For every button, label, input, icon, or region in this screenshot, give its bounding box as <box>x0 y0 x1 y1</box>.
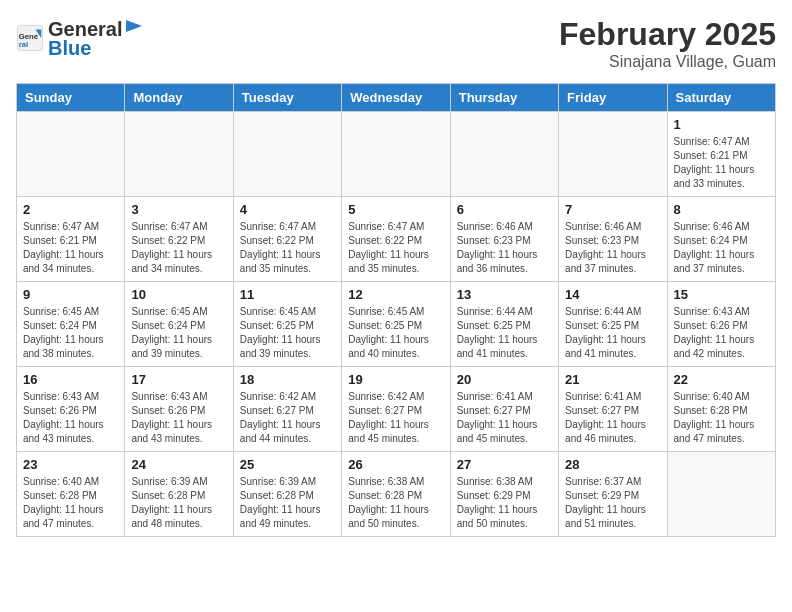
day-info: Sunrise: 6:40 AM Sunset: 6:28 PM Dayligh… <box>23 475 118 531</box>
calendar-cell: 14Sunrise: 6:44 AM Sunset: 6:25 PM Dayli… <box>559 282 667 367</box>
day-info: Sunrise: 6:39 AM Sunset: 6:28 PM Dayligh… <box>240 475 335 531</box>
day-info: Sunrise: 6:44 AM Sunset: 6:25 PM Dayligh… <box>565 305 660 361</box>
calendar-cell <box>342 112 450 197</box>
calendar-cell: 17Sunrise: 6:43 AM Sunset: 6:26 PM Dayli… <box>125 367 233 452</box>
calendar-cell: 4Sunrise: 6:47 AM Sunset: 6:22 PM Daylig… <box>233 197 341 282</box>
calendar-cell: 1Sunrise: 6:47 AM Sunset: 6:21 PM Daylig… <box>667 112 775 197</box>
calendar-week-row-5: 23Sunrise: 6:40 AM Sunset: 6:28 PM Dayli… <box>17 452 776 537</box>
calendar-cell <box>125 112 233 197</box>
calendar-week-row-3: 9Sunrise: 6:45 AM Sunset: 6:24 PM Daylig… <box>17 282 776 367</box>
day-info: Sunrise: 6:42 AM Sunset: 6:27 PM Dayligh… <box>240 390 335 446</box>
calendar-cell: 8Sunrise: 6:46 AM Sunset: 6:24 PM Daylig… <box>667 197 775 282</box>
calendar-header-wednesday: Wednesday <box>342 84 450 112</box>
calendar-header-row: SundayMondayTuesdayWednesdayThursdayFrid… <box>17 84 776 112</box>
calendar-cell: 23Sunrise: 6:40 AM Sunset: 6:28 PM Dayli… <box>17 452 125 537</box>
calendar-header-tuesday: Tuesday <box>233 84 341 112</box>
calendar-cell <box>667 452 775 537</box>
day-info: Sunrise: 6:43 AM Sunset: 6:26 PM Dayligh… <box>23 390 118 446</box>
day-info: Sunrise: 6:44 AM Sunset: 6:25 PM Dayligh… <box>457 305 552 361</box>
day-info: Sunrise: 6:47 AM Sunset: 6:21 PM Dayligh… <box>674 135 769 191</box>
day-info: Sunrise: 6:43 AM Sunset: 6:26 PM Dayligh… <box>674 305 769 361</box>
month-title: February 2025 <box>559 16 776 53</box>
logo: Gene ral General Blue <box>16 16 144 60</box>
calendar-header-monday: Monday <box>125 84 233 112</box>
day-info: Sunrise: 6:45 AM Sunset: 6:24 PM Dayligh… <box>23 305 118 361</box>
day-info: Sunrise: 6:47 AM Sunset: 6:22 PM Dayligh… <box>348 220 443 276</box>
calendar-cell: 21Sunrise: 6:41 AM Sunset: 6:27 PM Dayli… <box>559 367 667 452</box>
day-number: 6 <box>457 202 552 217</box>
day-info: Sunrise: 6:47 AM Sunset: 6:21 PM Dayligh… <box>23 220 118 276</box>
calendar-cell <box>559 112 667 197</box>
calendar-cell <box>17 112 125 197</box>
day-number: 2 <box>23 202 118 217</box>
day-info: Sunrise: 6:41 AM Sunset: 6:27 PM Dayligh… <box>457 390 552 446</box>
day-number: 25 <box>240 457 335 472</box>
calendar-cell: 22Sunrise: 6:40 AM Sunset: 6:28 PM Dayli… <box>667 367 775 452</box>
logo-arrow-icon <box>124 16 144 36</box>
calendar-cell: 19Sunrise: 6:42 AM Sunset: 6:27 PM Dayli… <box>342 367 450 452</box>
calendar-cell: 7Sunrise: 6:46 AM Sunset: 6:23 PM Daylig… <box>559 197 667 282</box>
day-number: 8 <box>674 202 769 217</box>
calendar-header-sunday: Sunday <box>17 84 125 112</box>
calendar-cell: 10Sunrise: 6:45 AM Sunset: 6:24 PM Dayli… <box>125 282 233 367</box>
day-number: 17 <box>131 372 226 387</box>
day-number: 12 <box>348 287 443 302</box>
calendar-week-row-4: 16Sunrise: 6:43 AM Sunset: 6:26 PM Dayli… <box>17 367 776 452</box>
day-number: 5 <box>348 202 443 217</box>
calendar-header-friday: Friday <box>559 84 667 112</box>
calendar-cell: 24Sunrise: 6:39 AM Sunset: 6:28 PM Dayli… <box>125 452 233 537</box>
day-info: Sunrise: 6:45 AM Sunset: 6:25 PM Dayligh… <box>240 305 335 361</box>
day-info: Sunrise: 6:41 AM Sunset: 6:27 PM Dayligh… <box>565 390 660 446</box>
day-number: 11 <box>240 287 335 302</box>
svg-marker-4 <box>126 20 142 32</box>
calendar-cell: 12Sunrise: 6:45 AM Sunset: 6:25 PM Dayli… <box>342 282 450 367</box>
day-info: Sunrise: 6:40 AM Sunset: 6:28 PM Dayligh… <box>674 390 769 446</box>
day-info: Sunrise: 6:46 AM Sunset: 6:23 PM Dayligh… <box>457 220 552 276</box>
calendar-cell: 16Sunrise: 6:43 AM Sunset: 6:26 PM Dayli… <box>17 367 125 452</box>
day-number: 26 <box>348 457 443 472</box>
day-number: 3 <box>131 202 226 217</box>
calendar-table: SundayMondayTuesdayWednesdayThursdayFrid… <box>16 83 776 537</box>
logo-icon: Gene ral <box>16 24 44 52</box>
day-number: 13 <box>457 287 552 302</box>
day-info: Sunrise: 6:38 AM Sunset: 6:29 PM Dayligh… <box>457 475 552 531</box>
calendar-cell: 25Sunrise: 6:39 AM Sunset: 6:28 PM Dayli… <box>233 452 341 537</box>
day-number: 20 <box>457 372 552 387</box>
page-header: Gene ral General Blue February 2025 Sina… <box>16 16 776 71</box>
day-number: 14 <box>565 287 660 302</box>
day-info: Sunrise: 6:38 AM Sunset: 6:28 PM Dayligh… <box>348 475 443 531</box>
calendar-header-thursday: Thursday <box>450 84 558 112</box>
day-info: Sunrise: 6:47 AM Sunset: 6:22 PM Dayligh… <box>240 220 335 276</box>
day-number: 1 <box>674 117 769 132</box>
day-number: 15 <box>674 287 769 302</box>
calendar-cell: 13Sunrise: 6:44 AM Sunset: 6:25 PM Dayli… <box>450 282 558 367</box>
day-number: 22 <box>674 372 769 387</box>
calendar-cell: 3Sunrise: 6:47 AM Sunset: 6:22 PM Daylig… <box>125 197 233 282</box>
day-info: Sunrise: 6:45 AM Sunset: 6:24 PM Dayligh… <box>131 305 226 361</box>
calendar-cell: 26Sunrise: 6:38 AM Sunset: 6:28 PM Dayli… <box>342 452 450 537</box>
location-title: Sinajana Village, Guam <box>559 53 776 71</box>
day-number: 7 <box>565 202 660 217</box>
calendar-cell: 27Sunrise: 6:38 AM Sunset: 6:29 PM Dayli… <box>450 452 558 537</box>
day-number: 4 <box>240 202 335 217</box>
day-info: Sunrise: 6:39 AM Sunset: 6:28 PM Dayligh… <box>131 475 226 531</box>
day-info: Sunrise: 6:46 AM Sunset: 6:23 PM Dayligh… <box>565 220 660 276</box>
day-number: 10 <box>131 287 226 302</box>
day-number: 28 <box>565 457 660 472</box>
day-number: 9 <box>23 287 118 302</box>
day-number: 24 <box>131 457 226 472</box>
day-number: 19 <box>348 372 443 387</box>
svg-text:ral: ral <box>19 40 28 49</box>
calendar-cell: 2Sunrise: 6:47 AM Sunset: 6:21 PM Daylig… <box>17 197 125 282</box>
day-info: Sunrise: 6:43 AM Sunset: 6:26 PM Dayligh… <box>131 390 226 446</box>
day-info: Sunrise: 6:45 AM Sunset: 6:25 PM Dayligh… <box>348 305 443 361</box>
day-info: Sunrise: 6:42 AM Sunset: 6:27 PM Dayligh… <box>348 390 443 446</box>
calendar-week-row-1: 1Sunrise: 6:47 AM Sunset: 6:21 PM Daylig… <box>17 112 776 197</box>
day-number: 21 <box>565 372 660 387</box>
calendar-cell <box>450 112 558 197</box>
calendar-cell: 6Sunrise: 6:46 AM Sunset: 6:23 PM Daylig… <box>450 197 558 282</box>
calendar-cell <box>233 112 341 197</box>
calendar-cell: 5Sunrise: 6:47 AM Sunset: 6:22 PM Daylig… <box>342 197 450 282</box>
title-area: February 2025 Sinajana Village, Guam <box>559 16 776 71</box>
day-info: Sunrise: 6:47 AM Sunset: 6:22 PM Dayligh… <box>131 220 226 276</box>
